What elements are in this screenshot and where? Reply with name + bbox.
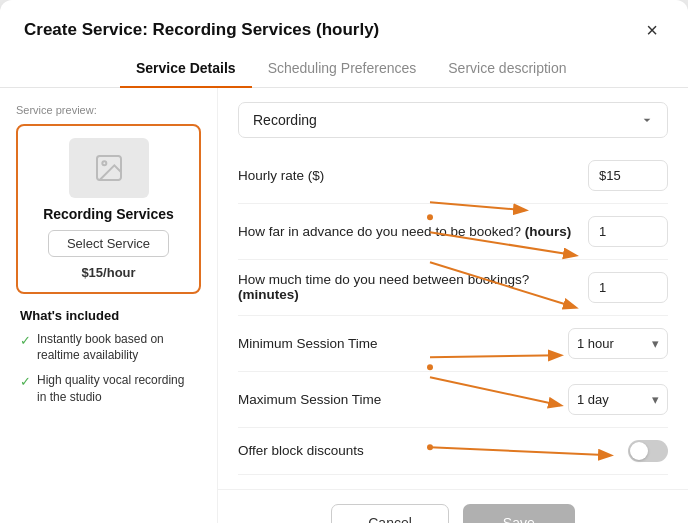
hourly-rate-row: Hourly rate ($) [238, 148, 668, 204]
max-session-label: Maximum Session Time [238, 392, 556, 407]
check-icon-1: ✓ [20, 332, 31, 350]
close-button[interactable]: × [640, 18, 664, 42]
modal-header: Create Service: Recording Services (hour… [0, 0, 688, 42]
max-session-chevron-icon: ▾ [644, 392, 667, 407]
main-content: Recording Mixing Mastering Hourly rate (… [218, 88, 688, 489]
max-session-select-wrap: 1 hour 4 hours 8 hours 1 day ▾ [568, 384, 668, 415]
image-icon [93, 152, 125, 184]
service-price: $15/hour [81, 265, 135, 280]
min-session-select-wrap: 30 min 1 hour 2 hours 3 hours ▾ [568, 328, 668, 359]
block-discounts-toggle[interactable] [628, 440, 668, 462]
min-session-chevron-icon: ▾ [644, 336, 667, 351]
included-section: What's included ✓ Instantly book based o… [16, 308, 201, 406]
between-bookings-row: How much time do you need between bookin… [238, 260, 668, 316]
toggle-knob [630, 442, 648, 460]
tab-scheduling-preferences[interactable]: Scheduling Preferences [252, 50, 433, 88]
min-session-row: Minimum Session Time 30 min 1 hour 2 hou… [238, 316, 668, 372]
service-image-placeholder [69, 138, 149, 198]
block-discounts-toggle-wrap [628, 440, 668, 462]
tabs-bar: Service Details Scheduling Preferences S… [0, 50, 688, 88]
block-discounts-label: Offer block discounts [238, 443, 616, 458]
category-dropdown-row: Recording Mixing Mastering [238, 102, 668, 138]
modal-body: Service preview: Recording Services Sele… [0, 88, 688, 524]
advance-booking-row: How far in advance do you need to be boo… [238, 204, 668, 260]
max-session-row: Maximum Session Time 1 hour 4 hours 8 ho… [238, 372, 668, 428]
hourly-rate-input[interactable] [588, 160, 668, 191]
select-service-button[interactable]: Select Service [48, 230, 169, 257]
save-button[interactable]: Save [463, 504, 575, 524]
hourly-rate-label: Hourly rate ($) [238, 168, 576, 183]
included-title: What's included [20, 308, 197, 323]
modal: Create Service: Recording Services (hour… [0, 0, 688, 523]
between-bookings-input[interactable] [588, 272, 668, 303]
advance-booking-input[interactable] [588, 216, 668, 247]
tab-service-description[interactable]: Service description [432, 50, 582, 88]
svg-point-1 [102, 161, 106, 165]
block-discounts-row: Offer block discounts [238, 428, 668, 475]
modal-footer: Cancel Save [218, 489, 688, 524]
between-bookings-label: How much time do you need between bookin… [238, 272, 576, 302]
max-session-select[interactable]: 1 hour 4 hours 8 hours 1 day [569, 385, 644, 414]
service-name: Recording Services [43, 206, 174, 222]
advance-booking-label: How far in advance do you need to be boo… [238, 224, 576, 239]
tab-service-details[interactable]: Service Details [120, 50, 252, 88]
min-session-select[interactable]: 30 min 1 hour 2 hours 3 hours [569, 329, 644, 358]
service-card: Recording Services Select Service $15/ho… [16, 124, 201, 294]
sidebar: Service preview: Recording Services Sele… [0, 88, 218, 524]
check-icon-2: ✓ [20, 373, 31, 391]
included-item-2: ✓ High quality vocal recording in the st… [20, 372, 197, 406]
modal-title: Create Service: Recording Services (hour… [24, 20, 379, 40]
category-select[interactable]: Recording Mixing Mastering [238, 102, 668, 138]
cancel-button[interactable]: Cancel [331, 504, 449, 524]
min-session-label: Minimum Session Time [238, 336, 556, 351]
service-preview-label: Service preview: [16, 104, 201, 116]
included-item-1: ✓ Instantly book based on realtime avail… [20, 331, 197, 365]
